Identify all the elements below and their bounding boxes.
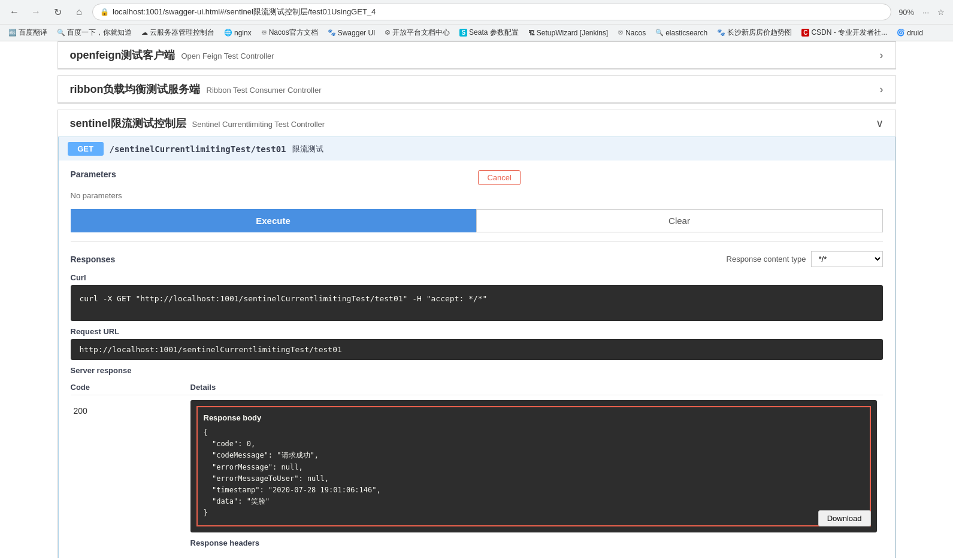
bookmark-label-csdn: CSDN - 专业开发者社...	[811, 28, 887, 38]
api-group-ribbon-title: ribbon负载均衡测试服务端	[70, 82, 201, 96]
endpoint-body: Parameters Cancel No parameters Execute …	[59, 161, 895, 558]
curl-command: curl -X GET "http://localhost:1001/senti…	[71, 285, 883, 321]
api-group-ribbon-header[interactable]: ribbon负载均衡测试服务端 Ribbon Test Consumer Con…	[58, 76, 895, 103]
bookmark-baidu[interactable]: 🔍 百度一下，你就知道	[53, 26, 135, 39]
response-body-code: { "code": 0, "codeMessage": "请求成功", "err…	[204, 427, 864, 519]
chevron-down-icon-sentinel: ∨	[876, 117, 884, 130]
response-code-value: 200	[71, 400, 184, 422]
bookmark-druid[interactable]: 🌀 druid	[893, 28, 927, 38]
security-icon: 🔒	[100, 8, 109, 16]
bookmark-label-baidufanyi: 百度翻译	[19, 28, 47, 38]
api-group-openfeign-header[interactable]: openfeign测试客户端 Open Feign Test Controlle…	[58, 42, 895, 69]
address-bar[interactable]: 🔒 localhost:1001/swagger-ui.html#/sentin…	[92, 4, 891, 20]
bookmark-yunfuwuqi[interactable]: ☁ 云服务器管理控制台	[138, 26, 218, 39]
api-group-ribbon-subtitle: Ribbon Test Consumer Controller	[207, 86, 322, 95]
bookmark-star-button[interactable]: ☆	[935, 7, 947, 18]
execute-button[interactable]: Execute	[71, 209, 476, 232]
response-body-title: Response body	[204, 413, 864, 422]
bookmark-changsha-house[interactable]: 🐾 长沙新房房价趋势图	[713, 26, 795, 39]
bookmark-label-changsha: 长沙新房房价趋势图	[727, 28, 792, 38]
bookmark-nacos[interactable]: ♾ Nacos	[614, 28, 649, 38]
bookmark-icon-openplatform: ⚙	[385, 29, 391, 37]
browser-chrome: ← → ↻ ⌂ 🔒 localhost:1001/swagger-ui.html…	[0, 0, 953, 41]
response-content-type-container: Response content type */*	[727, 251, 883, 267]
bookmark-elasticsearch[interactable]: 🔍 elasticsearch	[652, 28, 711, 38]
parameters-title: Parameters	[71, 169, 116, 179]
bookmark-jenkins[interactable]: 🏗 SetupWizard [Jenkins]	[525, 28, 612, 38]
bookmark-label-druid: druid	[907, 29, 923, 37]
cancel-button[interactable]: Cancel	[478, 170, 520, 185]
back-button[interactable]: ←	[6, 4, 23, 20]
bookmark-icon-yunfuwuqi: ☁	[141, 29, 148, 37]
endpoint-path: /sentinelCurrentlimitingTest/test01	[110, 144, 286, 154]
response-content-type-label: Response content type	[727, 255, 806, 264]
curl-label: Curl	[71, 273, 883, 282]
bookmark-label-seata: Seata 参数配置	[469, 28, 519, 38]
endpoint-header[interactable]: GET /sentinelCurrentlimitingTest/test01 …	[59, 137, 895, 161]
action-buttons: Execute Clear	[71, 209, 883, 232]
api-group-openfeign-title: openfeign测试客户端	[70, 48, 176, 62]
separator	[71, 241, 883, 242]
chevron-right-icon-openfeign: ›	[880, 49, 884, 62]
sentinel-header-left: sentinel限流测试控制层 Sentinel Currentlimiting…	[70, 116, 325, 131]
reload-button[interactable]: ↻	[49, 4, 66, 20]
home-button[interactable]: ⌂	[71, 4, 87, 20]
bookmark-icon-nacos: ♾	[618, 29, 624, 37]
response-content-type-select[interactable]: */*	[811, 251, 883, 267]
response-details-col: Response body { "code": 0, "codeMessage"…	[190, 395, 883, 555]
bookmark-label-nacos: Nacos	[625, 29, 646, 37]
sentinel-title: sentinel限流测试控制层	[70, 116, 186, 131]
bookmark-openplatform[interactable]: ⚙ 开放平台文档中心	[381, 26, 453, 39]
more-button[interactable]: ···	[920, 7, 931, 18]
response-body-container: Response body { "code": 0, "codeMessage"…	[190, 400, 877, 532]
url-text: localhost:1001/swagger-ui.html#/sentinel…	[113, 7, 884, 17]
responses-title: Responses	[71, 255, 116, 264]
request-url-value: http://localhost:1001/sentinelCurrentlim…	[71, 339, 883, 360]
bookmark-icon-elasticsearch: 🔍	[655, 29, 664, 37]
endpoint-block-test01: GET /sentinelCurrentlimitingTest/test01 …	[58, 137, 895, 558]
api-group-openfeign-left: openfeign测试客户端 Open Feign Test Controlle…	[70, 48, 274, 62]
sentinel-section: sentinel限流测试控制层 Sentinel Currentlimiting…	[58, 110, 896, 558]
zoom-level: 90%	[896, 7, 916, 18]
no-params-text: No parameters	[71, 191, 883, 200]
bookmark-icon-nacos-docs: ♾	[261, 29, 267, 37]
bookmark-icon-nginx: 🌐	[224, 29, 232, 37]
bookmark-label-jenkins: SetupWizard [Jenkins]	[537, 29, 608, 37]
details-column-header: Details	[190, 380, 883, 395]
response-headers-label: Response headers	[190, 532, 877, 550]
sentinel-subtitle: Sentinel Currentlimiting Test Controller	[192, 120, 325, 129]
bookmark-icon-jenkins: 🏗	[528, 29, 535, 37]
bookmark-label-yunfuwuqi: 云服务器管理控制台	[150, 28, 214, 38]
table-row: 200 Response body { "code": 0, "codeMess…	[71, 395, 883, 555]
bookmark-csdn[interactable]: C CSDN - 专业开发者社...	[798, 26, 891, 39]
curl-section: Curl curl -X GET "http://localhost:1001/…	[71, 273, 883, 321]
bookmark-icon-baidufanyi: 🔤	[8, 29, 17, 37]
bookmark-label-elasticsearch: elasticsearch	[665, 29, 707, 37]
bookmark-icon-changsha: 🐾	[717, 29, 725, 37]
api-group-ribbon: ribbon负载均衡测试服务端 Ribbon Test Consumer Con…	[58, 75, 896, 104]
bookmark-baidufanyi[interactable]: 🔤 百度翻译	[5, 26, 51, 39]
responses-header: Responses Response content type */*	[71, 251, 883, 267]
bookmark-icon-seata: S	[459, 29, 467, 37]
clear-button[interactable]: Clear	[476, 209, 883, 232]
bookmark-swagger[interactable]: 🐾 Swagger UI	[324, 28, 379, 38]
bookmarks-bar: 🔤 百度翻译 🔍 百度一下，你就知道 ☁ 云服务器管理控制台 🌐 nginx ♾…	[0, 24, 953, 41]
bookmark-nacos-docs[interactable]: ♾ Nacos官方文档	[258, 26, 322, 39]
api-group-openfeign: openfeign测试客户端 Open Feign Test Controlle…	[58, 41, 896, 69]
bookmark-icon-swagger: 🐾	[328, 29, 336, 37]
sentinel-section-header[interactable]: sentinel限流测试控制层 Sentinel Currentlimiting…	[58, 110, 895, 137]
server-response-table: Code Details 200	[71, 380, 883, 555]
api-group-openfeign-subtitle: Open Feign Test Controller	[181, 52, 274, 60]
download-button[interactable]: Download	[818, 510, 871, 526]
request-url-section: Request URL http://localhost:1001/sentin…	[71, 327, 883, 360]
bookmark-nginx[interactable]: 🌐 nginx	[220, 28, 255, 38]
bookmark-icon-csdn: C	[801, 29, 809, 37]
bookmark-label-baidu: 百度一下，你就知道	[67, 28, 132, 38]
browser-toolbar: ← → ↻ ⌂ 🔒 localhost:1001/swagger-ui.html…	[0, 0, 953, 24]
forward-button[interactable]: →	[28, 4, 44, 20]
bookmark-label-openplatform: 开放平台文档中心	[392, 28, 450, 38]
bookmark-seata[interactable]: S Seata 参数配置	[456, 26, 522, 39]
server-response-label: Server response	[71, 366, 883, 375]
bookmark-label-swagger: Swagger UI	[338, 29, 376, 37]
parameters-header: Parameters Cancel	[71, 169, 883, 185]
